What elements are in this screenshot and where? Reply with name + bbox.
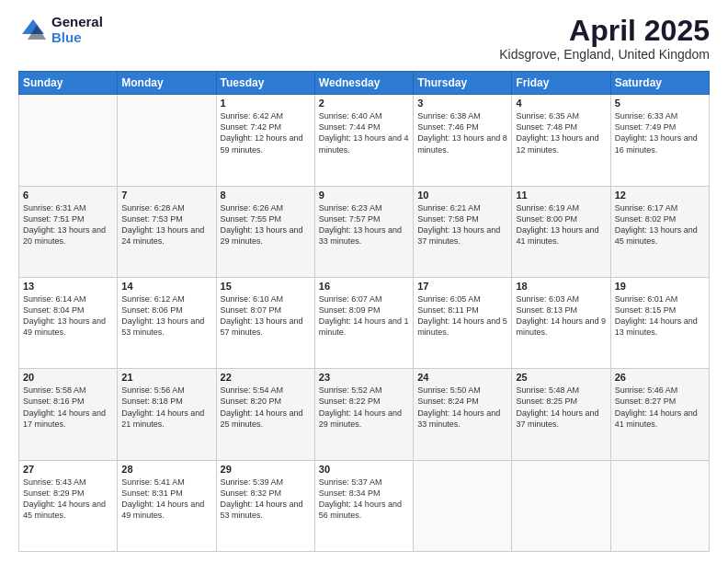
day-number: 4	[516, 98, 606, 109]
table-row: 18Sunrise: 6:03 AMSunset: 8:13 PMDayligh…	[512, 277, 610, 368]
day-number: 25	[516, 372, 606, 383]
table-row: 5Sunrise: 6:33 AMSunset: 7:49 PMDaylight…	[610, 95, 709, 186]
table-row: 4Sunrise: 6:35 AMSunset: 7:48 PMDaylight…	[512, 95, 610, 186]
day-number: 17	[417, 281, 507, 292]
table-row	[118, 95, 216, 186]
table-row: 11Sunrise: 6:19 AMSunset: 8:00 PMDayligh…	[512, 186, 610, 277]
table-row: 9Sunrise: 6:23 AMSunset: 7:57 PMDaylight…	[314, 186, 413, 277]
day-info: Sunrise: 5:43 AMSunset: 8:29 PMDaylight:…	[23, 477, 113, 522]
day-number: 11	[516, 190, 606, 201]
day-info: Sunrise: 6:28 AMSunset: 7:53 PMDaylight:…	[121, 202, 211, 247]
day-info: Sunrise: 6:38 AMSunset: 7:46 PMDaylight:…	[417, 110, 507, 155]
day-number: 10	[417, 190, 507, 201]
day-info: Sunrise: 5:48 AMSunset: 8:25 PMDaylight:…	[516, 385, 606, 430]
table-row	[19, 95, 118, 186]
day-info: Sunrise: 6:42 AMSunset: 7:42 PMDaylight:…	[221, 110, 311, 155]
table-row: 16Sunrise: 6:07 AMSunset: 8:09 PMDayligh…	[314, 277, 413, 368]
page: General Blue April 2025 Kidsgrove, Engla…	[0, 0, 728, 563]
day-info: Sunrise: 6:35 AMSunset: 7:48 PMDaylight:…	[516, 110, 606, 155]
calendar-week-row: 1Sunrise: 6:42 AMSunset: 7:42 PMDaylight…	[19, 95, 710, 186]
day-info: Sunrise: 6:26 AMSunset: 7:55 PMDaylight:…	[221, 202, 311, 247]
table-row: 28Sunrise: 5:41 AMSunset: 8:31 PMDayligh…	[118, 460, 216, 551]
day-info: Sunrise: 6:19 AMSunset: 8:00 PMDaylight:…	[516, 202, 606, 247]
col-tuesday: Tuesday	[216, 72, 314, 95]
day-info: Sunrise: 5:39 AMSunset: 8:32 PMDaylight:…	[221, 477, 311, 522]
table-row	[610, 460, 709, 551]
day-info: Sunrise: 6:07 AMSunset: 8:09 PMDaylight:…	[319, 293, 409, 339]
table-row: 6Sunrise: 6:31 AMSunset: 7:51 PMDaylight…	[19, 186, 118, 277]
table-row: 21Sunrise: 5:56 AMSunset: 8:18 PMDayligh…	[118, 369, 216, 460]
day-info: Sunrise: 6:40 AMSunset: 7:44 PMDaylight:…	[319, 110, 409, 155]
logo-text: General Blue	[51, 15, 103, 45]
day-info: Sunrise: 5:54 AMSunset: 8:20 PMDaylight:…	[221, 385, 311, 430]
table-row: 7Sunrise: 6:28 AMSunset: 7:53 PMDaylight…	[118, 186, 216, 277]
day-number: 13	[23, 281, 113, 292]
table-row	[512, 460, 610, 551]
table-row: 2Sunrise: 6:40 AMSunset: 7:44 PMDaylight…	[314, 95, 413, 186]
day-info: Sunrise: 6:21 AMSunset: 7:58 PMDaylight:…	[417, 202, 507, 247]
day-info: Sunrise: 6:14 AMSunset: 8:04 PMDaylight:…	[23, 293, 113, 339]
table-row: 12Sunrise: 6:17 AMSunset: 8:02 PMDayligh…	[610, 186, 709, 277]
day-number: 28	[121, 464, 211, 475]
day-number: 15	[221, 281, 311, 292]
logo-blue-text: Blue	[51, 30, 103, 46]
weekday-header-row: Sunday Monday Tuesday Wednesday Thursday…	[19, 72, 710, 95]
day-number: 14	[121, 281, 211, 292]
day-info: Sunrise: 6:03 AMSunset: 8:13 PMDaylight:…	[516, 293, 606, 339]
day-number: 24	[417, 372, 507, 383]
col-thursday: Thursday	[414, 72, 512, 95]
day-info: Sunrise: 5:50 AMSunset: 8:24 PMDaylight:…	[417, 385, 507, 430]
day-info: Sunrise: 6:33 AMSunset: 7:49 PMDaylight:…	[615, 110, 705, 155]
table-row: 1Sunrise: 6:42 AMSunset: 7:42 PMDaylight…	[216, 95, 314, 186]
day-number: 29	[221, 464, 311, 475]
day-info: Sunrise: 6:12 AMSunset: 8:06 PMDaylight:…	[121, 293, 211, 339]
col-monday: Monday	[118, 72, 216, 95]
col-wednesday: Wednesday	[314, 72, 413, 95]
day-number: 1	[221, 98, 311, 109]
day-number: 18	[516, 281, 606, 292]
table-row: 23Sunrise: 5:52 AMSunset: 8:22 PMDayligh…	[314, 369, 413, 460]
day-number: 9	[319, 190, 409, 201]
col-friday: Friday	[512, 72, 610, 95]
table-row: 26Sunrise: 5:46 AMSunset: 8:27 PMDayligh…	[610, 369, 709, 460]
main-title: April 2025	[499, 15, 710, 47]
day-number: 27	[23, 464, 113, 475]
day-info: Sunrise: 5:37 AMSunset: 8:34 PMDaylight:…	[319, 477, 409, 522]
table-row: 17Sunrise: 6:05 AMSunset: 8:11 PMDayligh…	[414, 277, 512, 368]
table-row: 10Sunrise: 6:21 AMSunset: 7:58 PMDayligh…	[414, 186, 512, 277]
day-info: Sunrise: 5:56 AMSunset: 8:18 PMDaylight:…	[121, 385, 211, 430]
day-number: 2	[319, 98, 409, 109]
day-number: 30	[319, 464, 409, 475]
table-row: 25Sunrise: 5:48 AMSunset: 8:25 PMDayligh…	[512, 369, 610, 460]
day-info: Sunrise: 5:52 AMSunset: 8:22 PMDaylight:…	[319, 385, 409, 430]
day-number: 23	[319, 372, 409, 383]
header: General Blue April 2025 Kidsgrove, Engla…	[18, 15, 710, 62]
logo-icon	[18, 16, 48, 45]
day-info: Sunrise: 6:01 AMSunset: 8:15 PMDaylight:…	[615, 293, 705, 339]
day-info: Sunrise: 5:41 AMSunset: 8:31 PMDaylight:…	[121, 477, 211, 522]
table-row: 24Sunrise: 5:50 AMSunset: 8:24 PMDayligh…	[414, 369, 512, 460]
day-info: Sunrise: 6:23 AMSunset: 7:57 PMDaylight:…	[319, 202, 409, 247]
calendar-week-row: 27Sunrise: 5:43 AMSunset: 8:29 PMDayligh…	[19, 460, 710, 551]
day-number: 7	[121, 190, 211, 201]
table-row: 22Sunrise: 5:54 AMSunset: 8:20 PMDayligh…	[216, 369, 314, 460]
col-saturday: Saturday	[610, 72, 709, 95]
calendar-week-row: 6Sunrise: 6:31 AMSunset: 7:51 PMDaylight…	[19, 186, 710, 277]
logo-general-text: General	[51, 15, 103, 30]
table-row: 14Sunrise: 6:12 AMSunset: 8:06 PMDayligh…	[118, 277, 216, 368]
day-number: 3	[417, 98, 507, 109]
table-row: 15Sunrise: 6:10 AMSunset: 8:07 PMDayligh…	[216, 277, 314, 368]
day-info: Sunrise: 6:10 AMSunset: 8:07 PMDaylight:…	[221, 293, 311, 339]
day-number: 20	[23, 372, 113, 383]
day-number: 12	[615, 190, 705, 201]
table-row: 27Sunrise: 5:43 AMSunset: 8:29 PMDayligh…	[19, 460, 118, 551]
calendar-table: Sunday Monday Tuesday Wednesday Thursday…	[18, 71, 710, 552]
day-number: 6	[23, 190, 113, 201]
day-info: Sunrise: 5:46 AMSunset: 8:27 PMDaylight:…	[615, 385, 705, 430]
table-row: 19Sunrise: 6:01 AMSunset: 8:15 PMDayligh…	[610, 277, 709, 368]
table-row: 20Sunrise: 5:58 AMSunset: 8:16 PMDayligh…	[19, 369, 118, 460]
day-number: 21	[121, 372, 211, 383]
table-row: 8Sunrise: 6:26 AMSunset: 7:55 PMDaylight…	[216, 186, 314, 277]
day-number: 5	[615, 98, 705, 109]
day-number: 26	[615, 372, 705, 383]
